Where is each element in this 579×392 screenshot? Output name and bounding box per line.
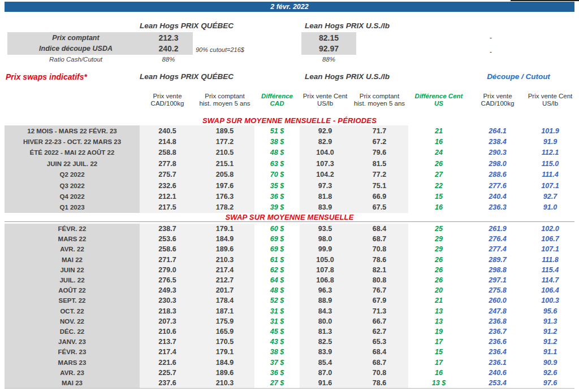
table-cell: 240.4 — [469, 191, 526, 202]
col-header-prix-vente-cad: Prix vente CAD/100kg — [140, 85, 195, 115]
table-row: SEPT. 22230.3178.452 $88.967.921260.0100… — [5, 295, 574, 306]
table-cell: 27 $ — [254, 378, 300, 388]
row-label: NOV. 22 — [5, 316, 140, 326]
table-cell: 60 $ — [254, 224, 300, 234]
row-label: ÉTÉ 2022 - MAI 22 AOÛT 22 — [5, 147, 140, 158]
table-cell: 178.2 — [195, 202, 254, 213]
table-cell: 210.6 — [140, 326, 195, 337]
table-cell: 64 $ — [254, 275, 300, 285]
table-cell: 27 — [408, 169, 469, 180]
table-cell: 78.6 — [351, 378, 408, 388]
table-cell: 66.7 — [351, 316, 408, 326]
table-cell: 82.5 — [300, 337, 351, 347]
table-cell: 75.1 — [351, 180, 408, 191]
table-row: FÉVR. 23217.4179.138 $83.968.415236.491.… — [5, 347, 574, 357]
table-cell: 48 $ — [254, 147, 300, 158]
table-cell: 61 $ — [254, 255, 300, 265]
table-cell: 105.0 — [300, 255, 351, 265]
col-header-cutout-centus: Prix vente Cent US/lb — [526, 85, 574, 115]
table-cell: 277.6 — [469, 180, 526, 191]
table-row: JANV. 23213.7170.543 $82.565.317236.691.… — [5, 337, 574, 347]
table-cell: 236.8 — [469, 316, 526, 326]
col-header-cutout-cad: Prix vente CAD/100kg — [469, 85, 526, 115]
table-cell: 20 — [408, 285, 469, 295]
table-cell: 21 — [408, 125, 469, 136]
table-cell: 91.6 — [300, 378, 351, 388]
table-cell: 247.8 — [469, 306, 526, 316]
row-label: OCT. 22 — [5, 306, 140, 316]
table-cell: 63 $ — [254, 158, 300, 169]
table-cell: 83.9 — [300, 202, 351, 213]
table-cell: 80.0 — [300, 316, 351, 326]
table-cell: 13 — [408, 306, 469, 316]
table-cell: 70 $ — [254, 169, 300, 180]
table-cell: 26 — [408, 275, 469, 285]
spot-price-us-value: 82.15 — [301, 33, 356, 42]
table-cell: 277.8 — [140, 158, 195, 169]
table-row: JUIL. 22276.5212.764 $106.880.826297.111… — [5, 275, 574, 285]
col-header-difference-centus: Différence Cent US — [408, 85, 469, 115]
table-cell: 189.6 — [195, 244, 254, 254]
table-cell: 277.4 — [469, 244, 526, 254]
table-cell: 115.0 — [526, 158, 574, 169]
col-header-prix-vente-centus: Prix vente Cent US/lb — [300, 85, 351, 115]
us-price-header: Lean Hogs PRIX U.S./lb — [262, 21, 432, 30]
table-cell: 91.3 — [526, 316, 574, 326]
table-cell: 67.9 — [351, 295, 408, 306]
table-cell: 82.1 — [351, 265, 408, 275]
table-cell: 36 $ — [254, 191, 300, 202]
table-cell: 107.1 — [526, 180, 574, 191]
table-cell: 43 $ — [254, 337, 300, 347]
table-cell: 217.4 — [195, 265, 254, 275]
table-cell: 297.1 — [469, 275, 526, 285]
table-cell: 38 $ — [254, 136, 300, 147]
table-cell: 69 $ — [254, 244, 300, 254]
table-cell: 236.6 — [469, 337, 526, 347]
table-cell: 170.5 — [195, 337, 254, 347]
table-cell: 240.5 — [140, 125, 195, 136]
table-cell: 115.4 — [526, 265, 574, 275]
table-cell: 179.1 — [195, 347, 254, 357]
table-row: OCT. 22218.3187.131 $84.371.313247.895.6 — [5, 306, 574, 316]
table-row: MARS 22253.6184.969 $98.068.729276.4106.… — [5, 234, 574, 244]
table-cell: 237.6 — [140, 378, 195, 388]
table-cell: 97.3 — [300, 180, 351, 191]
table-row: MAI 22271.7210.361 $105.078.626289.7111.… — [5, 255, 574, 265]
table-cell: 35 $ — [254, 180, 300, 191]
table-cell: 90.9 — [526, 357, 574, 367]
table-cell: 51 $ — [254, 125, 300, 136]
row-label: AVR. 23 — [5, 368, 140, 378]
table-cell: 26 — [408, 158, 469, 169]
table-cell: 13 $ — [408, 378, 469, 388]
table-cell: 52 $ — [254, 295, 300, 306]
table-cell: 210.3 — [195, 378, 254, 388]
col-header-hist-us: Prix comptant hist. moyen 5 ans — [351, 85, 408, 115]
table-cell: 69 $ — [254, 234, 300, 244]
table-row: JUIN 22 JUIL. 22277.8215.163 $107.381.52… — [5, 158, 574, 169]
table-cell: 236.4 — [469, 347, 526, 357]
table-cell: 238.4 — [469, 136, 526, 147]
table-cell: 238.7 — [140, 224, 195, 234]
table-row: Q2 2022275.7205.870 $104.277.227288.6111… — [5, 169, 574, 180]
table-cell: 298.0 — [469, 158, 526, 169]
table-cell: 70.8 — [351, 368, 408, 378]
row-label: DÉC. 22 — [5, 326, 140, 337]
table-row: NOV. 22207.3175.931 $80.066.713236.891.3 — [5, 316, 574, 326]
table-cell: 258.8 — [140, 147, 195, 158]
table-cell: 87.0 — [300, 368, 351, 378]
table-cell: 71.7 — [351, 125, 408, 136]
separator-line-bottom — [5, 388, 574, 389]
ratio-cash-cutout-label: Ratio Cash/Cutout — [7, 56, 144, 63]
table-cell: 288.6 — [469, 169, 526, 180]
table-cell: 70.8 — [351, 244, 408, 254]
table-cell: 114.7 — [526, 275, 574, 285]
table-cell: 189.5 — [195, 125, 254, 136]
row-label: Q2 2022 — [5, 169, 140, 180]
swaps-us-group-header: Lean Hogs PRIX U.S./lb — [262, 72, 432, 81]
section-rows-1: FÉVR. 22238.7179.160 $93.568.425261.9102… — [0, 224, 574, 388]
table-cell: 104.2 — [300, 169, 351, 180]
table-cell: 279.0 — [140, 265, 195, 275]
row-label: JUIL. 22 — [5, 275, 140, 285]
table-row: Q4 2022212.1176.336 $81.866.915240.492.7 — [5, 191, 574, 202]
table-cell: 225.7 — [140, 368, 195, 378]
